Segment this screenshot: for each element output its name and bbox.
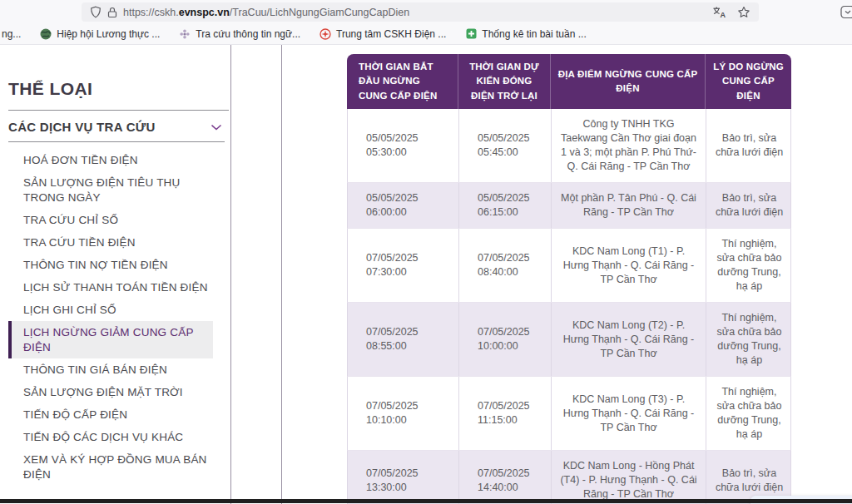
sidebar-item-4[interactable]: THÔNG TIN NỢ TIỀN ĐIỆN xyxy=(8,254,230,276)
table-row-4: 07/05/202510:10:0007/05/202511:15:00KDC … xyxy=(347,377,791,451)
browser-toolbar: https://cskh.evnspc.vn/TraCuu/LichNgungG… xyxy=(0,0,852,23)
cell-location: KDC Nam Long (T3) - P. Hưng Thạnh - Q. C… xyxy=(551,377,706,450)
cell-location: KDC Nam Long (T1) - P. Hưng Thạnh - Q. C… xyxy=(551,229,706,302)
sidebar-item-8[interactable]: THÔNG TIN GIÁ BÁN ĐIỆN xyxy=(8,358,230,381)
sidebar-item-0[interactable]: HOÁ ĐƠN TIỀN ĐIỆN xyxy=(8,149,230,171)
bookmark-label: Tra cứu thông tin ngữ... xyxy=(196,28,300,40)
chevron-down-icon xyxy=(211,124,222,131)
column-header-reason: LÝ DO NGỪNG CUNG CẤP ĐIỆN xyxy=(705,54,791,109)
sidebar-item-10[interactable]: TIẾN ĐỘ CẤP ĐIỆN xyxy=(8,403,230,426)
sidebar-divider xyxy=(8,141,225,142)
lock-icon[interactable] xyxy=(107,7,117,18)
cell-start-time: 05/05/202506:00:00 xyxy=(348,183,458,228)
flower-icon xyxy=(179,28,191,40)
shield-icon[interactable] xyxy=(90,6,102,18)
browser-window: https://cskh.evnspc.vn/TraCuu/LichNgungG… xyxy=(0,0,852,504)
bookmark-item-1[interactable]: Hiệp hội Lương thực ... xyxy=(40,28,160,40)
green-plus-icon xyxy=(465,28,477,40)
bookmark-item-4[interactable]: Thống kê tin bài tuần ... xyxy=(465,28,586,40)
globe-icon xyxy=(40,28,52,40)
bookmark-star-icon[interactable] xyxy=(737,6,750,18)
cell-location: Công ty TNHH TKG Taekwang Cần Thơ giai đ… xyxy=(551,109,706,182)
cell-reason: Bảo trì, sửa chữa lưới điện xyxy=(706,183,792,228)
cell-restore-time: 07/05/202510:00:00 xyxy=(458,303,551,376)
column-header-location: ĐỊA ĐIỂM NGỪNG CUNG CẤP ĐIỆN xyxy=(550,54,705,109)
url-text[interactable]: https://cskh.evnspc.vn/TraCuu/LichNgungG… xyxy=(123,7,409,18)
cell-location: Một phần P. Tân Phú - Q. Cái Răng - TP C… xyxy=(551,183,706,228)
bookmark-label: ng... xyxy=(2,28,21,40)
table-row-2: 07/05/202507:30:0007/05/202508:40:00KDC … xyxy=(347,229,791,303)
url-domain: evnspc.vn xyxy=(179,7,230,18)
sidebar-item-7-active[interactable]: LỊCH NGỪNG GIẢM CUNG CẤP ĐIỆN xyxy=(8,321,213,358)
sidebar-item-9[interactable]: SẢN LƯỢNG ĐIỆN MẶT TRỜI xyxy=(8,381,230,403)
url-scheme: https://cskh. xyxy=(123,7,179,18)
column-header-restore-time: THỜI GIAN DỰ KIẾN ĐÓNG ĐIỆN TRỞ LẠI xyxy=(458,54,550,109)
bookmark-label: Trung tâm CSKH Điện ... xyxy=(336,28,446,40)
bookmark-label: Hiệp hội Lương thực ... xyxy=(57,28,160,40)
svg-text:A: A xyxy=(721,11,726,19)
sidebar-item-6[interactable]: LỊCH GHI CHỈ SỐ xyxy=(8,299,230,321)
bookmark-label: Thống kê tin bài tuần ... xyxy=(482,28,586,40)
sidebar-menu: HOÁ ĐƠN TIỀN ĐIỆNSẢN LƯỢNG ĐIỆN TIÊU THỤ… xyxy=(8,149,230,486)
horizontal-scrollbar[interactable] xyxy=(0,499,852,503)
sidebar-item-2[interactable]: TRA CỨU CHỈ SỐ xyxy=(8,209,230,231)
sidebar-divider-line xyxy=(230,45,231,504)
table-row-0: 05/05/202505:30:0005/05/202505:45:00Công… xyxy=(347,109,791,183)
cell-location: KDC Nam Long - Hồng Phát (T4) - P. Hưng … xyxy=(551,451,706,504)
table-body: 05/05/202505:30:0005/05/202505:45:00Công… xyxy=(347,109,791,504)
browser-extension-icon[interactable] xyxy=(840,4,852,19)
cell-start-time: 07/05/202507:30:00 xyxy=(348,229,458,302)
cell-restore-time: 07/05/202508:40:00 xyxy=(458,229,551,302)
sidebar-section-toggle[interactable]: CÁC DỊCH VỤ TRA CỨU xyxy=(8,111,230,141)
table-row-3: 07/05/202508:55:0007/05/202510:00:00KDC … xyxy=(347,303,791,377)
outage-schedule-table: THỜI GIAN BẮT ĐẦU NGỪNG CUNG CẤP ĐIỆN TH… xyxy=(347,54,791,504)
cell-start-time: 07/05/202508:55:00 xyxy=(348,303,458,376)
translate-icon[interactable]: A xyxy=(712,6,726,18)
cell-start-time: 07/05/202513:30:00 xyxy=(348,451,458,504)
cell-restore-time: 05/05/202506:15:00 xyxy=(458,183,551,228)
table-header-row: THỜI GIAN BẮT ĐẦU NGỪNG CUNG CẤP ĐIỆN TH… xyxy=(347,54,791,109)
sidebar-item-3[interactable]: TRA CỨU TIỀN ĐIỆN xyxy=(8,231,230,254)
page-content: THỂ LOẠI CÁC DỊCH VỤ TRA CỨU HOÁ ĐƠN TIỀ… xyxy=(0,45,852,504)
cell-restore-time: 05/05/202505:45:00 xyxy=(458,109,551,182)
cell-reason: Thí nghiệm, sửa chữa bảo dưỡng Trung, hạ… xyxy=(706,229,792,302)
column-header-start-time: THỜI GIAN BẮT ĐẦU NGỪNG CUNG CẤP ĐIỆN xyxy=(347,54,458,109)
sidebar-item-1[interactable]: SẢN LƯỢNG ĐIỆN TIÊU THỤ TRONG NGÀY xyxy=(8,171,230,209)
category-sidebar: THỂ LOẠI CÁC DỊCH VỤ TRA CỨU HOÁ ĐƠN TIỀ… xyxy=(0,45,230,504)
cell-reason: Bảo trì, sửa chữa lưới điện xyxy=(706,109,792,182)
sidebar-item-12[interactable]: XEM VÀ KÝ HỢP ĐỒNG MUA BÁN ĐIỆN xyxy=(8,448,230,486)
table-row-1: 05/05/202506:00:0005/05/202506:15:00Một … xyxy=(347,183,791,229)
evn-star-icon xyxy=(320,28,331,40)
cell-restore-time: 07/05/202514:40:00 xyxy=(458,451,551,504)
cell-restore-time: 07/05/202511:15:00 xyxy=(458,377,551,450)
sidebar-item-11[interactable]: TIẾN ĐỘ CÁC DỊCH VỤ KHÁC xyxy=(8,426,230,448)
bookmarks-bar: ng...Hiệp hội Lương thực ...Tra cứu thôn… xyxy=(0,23,852,45)
cell-location: KDC Nam Long (T2) - P. Hưng Thạnh - Q. C… xyxy=(551,303,706,376)
bookmark-item-2[interactable]: Tra cứu thông tin ngữ... xyxy=(179,28,300,40)
table-row-5: 07/05/202513:30:0007/05/202514:40:00KDC … xyxy=(347,451,791,504)
bookmark-item-0[interactable]: ng... xyxy=(2,28,21,40)
sidebar-item-5[interactable]: LỊCH SỬ THANH TOÁN TIỀN ĐIỆN xyxy=(8,276,230,299)
cell-reason: Thí nghiệm, sửa chữa bảo dưỡng Trung, hạ… xyxy=(706,377,792,450)
cell-start-time: 07/05/202510:10:00 xyxy=(348,377,458,450)
content-divider-line xyxy=(281,45,282,504)
url-bar[interactable]: https://cskh.evnspc.vn/TraCuu/LichNgungG… xyxy=(82,2,759,22)
sidebar-title: THỂ LOẠI xyxy=(8,79,230,99)
url-path: /TraCuu/LichNgungGiamCungCapDien xyxy=(230,7,409,18)
cell-start-time: 05/05/202505:30:00 xyxy=(348,109,458,182)
bookmark-item-3[interactable]: Trung tâm CSKH Điện ... xyxy=(320,28,446,40)
cell-reason: Thí nghiệm, sửa chữa bảo dưỡng Trung, hạ… xyxy=(706,303,792,376)
sidebar-section-label: CÁC DỊCH VỤ TRA CỨU xyxy=(8,120,156,134)
